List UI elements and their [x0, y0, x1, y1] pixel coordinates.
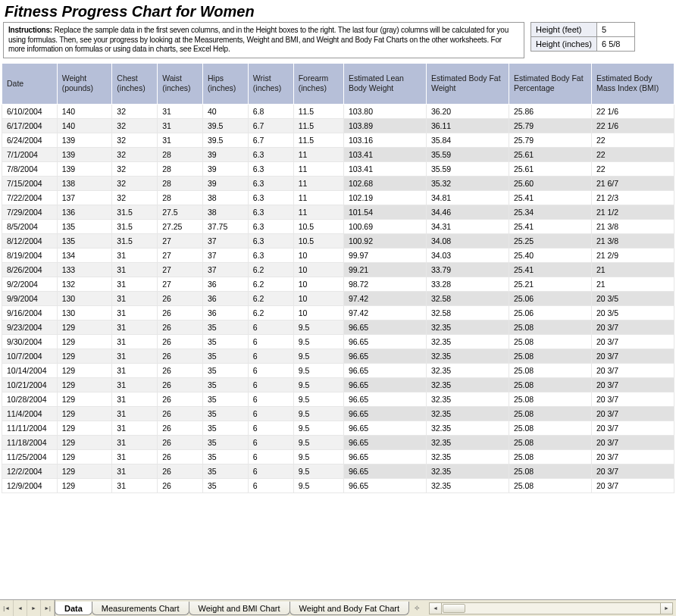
- table-cell[interactable]: 10/7/2004: [2, 349, 58, 363]
- table-cell[interactable]: 96.65: [343, 421, 426, 435]
- table-cell[interactable]: 28: [158, 176, 203, 190]
- table-cell[interactable]: 129: [57, 421, 112, 435]
- table-cell[interactable]: 6: [248, 421, 293, 435]
- table-cell[interactable]: 8/5/2004: [2, 219, 58, 233]
- table-cell[interactable]: 35.32: [426, 176, 509, 190]
- table-cell[interactable]: 20 3/7: [591, 421, 674, 435]
- table-cell[interactable]: 40: [203, 104, 249, 118]
- table-cell[interactable]: 9.5: [293, 334, 343, 349]
- table-cell[interactable]: 138: [57, 176, 112, 190]
- table-cell[interactable]: 20 3/5: [591, 305, 674, 320]
- table-cell[interactable]: 25.41: [509, 190, 591, 205]
- table-cell[interactable]: 96.65: [343, 334, 426, 349]
- insert-sheet-icon[interactable]: ✧: [414, 604, 420, 612]
- table-cell[interactable]: 25.41: [509, 219, 591, 233]
- sheet-tab-weight-fat[interactable]: Weight and Body Fat Chart: [289, 602, 409, 615]
- table-cell[interactable]: 102.19: [343, 190, 426, 205]
- table-cell[interactable]: 27: [158, 233, 203, 248]
- table-cell[interactable]: 38: [203, 205, 249, 219]
- table-cell[interactable]: 21 6/7: [591, 176, 674, 190]
- table-cell[interactable]: 31: [112, 349, 158, 363]
- table-cell[interactable]: 25.08: [509, 363, 591, 377]
- table-cell[interactable]: 9.5: [293, 349, 343, 363]
- table-cell[interactable]: 35.59: [426, 161, 509, 176]
- table-cell[interactable]: 6.3: [248, 219, 293, 233]
- table-cell[interactable]: 6: [248, 406, 293, 421]
- table-cell[interactable]: 25.79: [509, 133, 591, 147]
- table-cell[interactable]: 20 3/7: [591, 392, 674, 406]
- column-header[interactable]: Estimated Body Fat Weight: [426, 63, 509, 104]
- table-cell[interactable]: 10.5: [293, 233, 343, 248]
- table-cell[interactable]: 37: [203, 248, 249, 262]
- table-cell[interactable]: 6: [248, 449, 293, 464]
- table-cell[interactable]: 32.35: [426, 421, 509, 435]
- table-cell[interactable]: 25.08: [509, 435, 591, 449]
- sheet-tab-data[interactable]: Data: [55, 602, 92, 615]
- table-cell[interactable]: 25.08: [509, 478, 591, 492]
- table-cell[interactable]: 97.42: [343, 305, 426, 320]
- table-cell[interactable]: 35: [203, 349, 249, 363]
- table-cell[interactable]: 6.2: [248, 305, 293, 320]
- table-cell[interactable]: 25.08: [509, 421, 591, 435]
- table-cell[interactable]: 25.08: [509, 320, 591, 334]
- table-cell[interactable]: 6: [248, 349, 293, 363]
- table-cell[interactable]: 12/9/2004: [2, 478, 58, 492]
- table-cell[interactable]: 6.2: [248, 291, 293, 305]
- column-header[interactable]: Forearm (inches): [293, 63, 343, 104]
- table-cell[interactable]: 31.5: [112, 205, 158, 219]
- table-cell[interactable]: 31: [112, 449, 158, 464]
- table-cell[interactable]: 129: [57, 406, 112, 421]
- table-cell[interactable]: 10: [293, 305, 343, 320]
- table-cell[interactable]: 9.5: [293, 478, 343, 492]
- table-cell[interactable]: 25.08: [509, 406, 591, 421]
- table-cell[interactable]: 32: [112, 118, 158, 133]
- table-cell[interactable]: 25.06: [509, 305, 591, 320]
- table-cell[interactable]: 140: [57, 118, 112, 133]
- table-cell[interactable]: 31: [112, 464, 158, 478]
- sheet-tab-weight-bmi[interactable]: Weight and BMI Chart: [189, 602, 290, 615]
- table-cell[interactable]: 11: [293, 205, 343, 219]
- table-cell[interactable]: 25.60: [509, 176, 591, 190]
- table-cell[interactable]: 10/28/2004: [2, 392, 58, 406]
- table-cell[interactable]: 39.5: [203, 118, 249, 133]
- table-cell[interactable]: 102.68: [343, 176, 426, 190]
- table-cell[interactable]: 32: [112, 133, 158, 147]
- table-cell[interactable]: 22: [591, 147, 674, 161]
- table-cell[interactable]: 100.92: [343, 233, 426, 248]
- table-cell[interactable]: 31: [112, 248, 158, 262]
- table-cell[interactable]: 22 1/6: [591, 118, 674, 133]
- table-cell[interactable]: 129: [57, 377, 112, 392]
- table-cell[interactable]: 21 2/9: [591, 248, 674, 262]
- table-cell[interactable]: 136: [57, 205, 112, 219]
- table-cell[interactable]: 7/22/2004: [2, 190, 58, 205]
- table-cell[interactable]: 34.03: [426, 248, 509, 262]
- table-cell[interactable]: 21 3/8: [591, 219, 674, 233]
- scroll-left-button[interactable]: ◄: [430, 603, 442, 614]
- table-cell[interactable]: 9.5: [293, 449, 343, 464]
- table-cell[interactable]: 6: [248, 320, 293, 334]
- table-cell[interactable]: 34.81: [426, 190, 509, 205]
- table-cell[interactable]: 35: [203, 435, 249, 449]
- table-cell[interactable]: 39: [203, 176, 249, 190]
- table-cell[interactable]: 97.42: [343, 291, 426, 305]
- table-cell[interactable]: 20 3/5: [591, 291, 674, 305]
- table-cell[interactable]: 10.5: [293, 219, 343, 233]
- table-cell[interactable]: 25.08: [509, 464, 591, 478]
- table-cell[interactable]: 31: [112, 291, 158, 305]
- table-cell[interactable]: 103.89: [343, 118, 426, 133]
- table-cell[interactable]: 6.3: [248, 190, 293, 205]
- table-cell[interactable]: 10/21/2004: [2, 377, 58, 392]
- table-cell[interactable]: 96.65: [343, 449, 426, 464]
- table-cell[interactable]: 33.28: [426, 277, 509, 291]
- table-cell[interactable]: 31: [112, 305, 158, 320]
- table-cell[interactable]: 6.2: [248, 277, 293, 291]
- table-cell[interactable]: 25.06: [509, 291, 591, 305]
- table-cell[interactable]: 35: [203, 478, 249, 492]
- scroll-right-button[interactable]: ►: [660, 603, 672, 614]
- table-cell[interactable]: 25.21: [509, 277, 591, 291]
- table-cell[interactable]: 6: [248, 478, 293, 492]
- table-cell[interactable]: 8/12/2004: [2, 233, 58, 248]
- table-cell[interactable]: 37: [203, 233, 249, 248]
- column-header[interactable]: Chest (inches): [112, 63, 158, 104]
- table-cell[interactable]: 28: [158, 147, 203, 161]
